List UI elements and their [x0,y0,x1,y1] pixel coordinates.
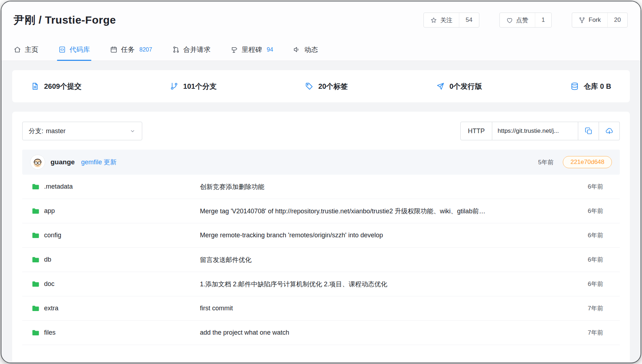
tab-home-label: 主页 [25,45,38,54]
fork-count[interactable]: 20 [607,13,627,27]
commit-time: 5年前 [538,158,554,166]
folder-icon [32,231,40,239]
tab-tasks[interactable]: 任务 8207 [110,39,152,60]
clone-protocol-button[interactable]: HTTP [460,122,492,140]
file-row[interactable]: db 留言发送邮件优化 6年前 [22,248,620,272]
repo-header: 尹刚 / Trustie-Forge 关注 54 点赞 1 [1,1,641,39]
file-commit-message[interactable]: first commit [200,305,570,312]
file-name-cell: app [32,207,200,215]
folder-icon [32,280,40,288]
stat-tags-label: 20个标签 [318,82,348,91]
copy-url-button[interactable] [578,122,599,140]
file-commit-message[interactable]: 1.添加文档 2.邮件中缺陷序号计算机制优化 2.项目、课程动态优化 [200,280,570,288]
branch-icon [170,82,178,91]
file-name[interactable]: db [44,256,51,263]
commit-message-link[interactable]: gemfile 更新 [81,158,117,166]
stat-releases-label: 0个发行版 [449,82,482,91]
tab-milestones[interactable]: 里程碑 94 [231,39,273,60]
code-repository-icon [58,46,66,53]
tab-activity[interactable]: 动态 [293,39,318,60]
file-name[interactable]: extra [44,305,58,312]
chevron-down-icon [129,128,136,134]
branch-selector-label: 分支: [29,127,43,135]
file-row[interactable]: app Merge tag 'V20140708' of http://repo… [22,199,620,223]
folder-icon [32,207,40,215]
praise-button[interactable]: 点赞 1 [499,13,552,28]
file-name-cell: db [32,256,200,264]
home-icon [14,46,21,53]
activity-icon [293,46,301,53]
avatar[interactable] [30,155,45,170]
watch-count[interactable]: 54 [459,13,479,27]
file-name[interactable]: doc [44,280,54,288]
file-row[interactable]: doc 1.添加文档 2.邮件中缺陷序号计算机制优化 2.项目、课程动态优化 6… [22,272,620,296]
clone-url-input[interactable] [498,127,572,135]
file-name-cell: .metadata [32,183,200,191]
tab-milestones-label: 里程碑 [242,45,262,54]
file-commit-time: 6年前 [570,183,603,191]
clone-url-field-wrap [492,122,578,140]
stat-branches[interactable]: 101个分支 [170,82,216,91]
commit-meta: 5年前 221e70d648 [538,156,612,168]
commit-sha-pill[interactable]: 221e70d648 [563,156,612,168]
file-commit-time: 6年前 [570,231,603,239]
star-icon [430,17,437,24]
file-commit-message[interactable]: add the project what one watch [200,329,570,336]
tab-code-repository-label: 代码库 [70,45,90,54]
tab-tasks-label: 任务 [121,45,135,54]
file-commit-message[interactable]: Merge remote-tracking branch 'remotes/or… [200,232,570,239]
fork-label: Fork [589,16,601,24]
file-row[interactable]: files add the project what one watch 7年前 [22,321,620,345]
fork-button-main: Fork [572,13,607,27]
watch-button[interactable]: 关注 54 [423,13,479,28]
file-name[interactable]: .metadata [44,183,73,190]
file-commit-time: 6年前 [570,256,603,264]
file-name[interactable]: config [44,232,61,239]
avatar-image [30,155,45,169]
tab-merge-requests[interactable]: 合并请求 [172,39,211,60]
repository-card: 分支: master HTTP [12,112,630,362]
file-name-cell: files [32,329,200,337]
file-row[interactable]: extra first commit 7年前 [22,296,620,321]
stat-tags[interactable]: 20个标签 [305,82,348,91]
tab-milestones-badge: 94 [267,47,273,53]
tab-activity-label: 动态 [304,45,318,54]
praise-button-main: 点赞 [500,13,535,27]
commit-author[interactable]: guange [51,158,75,166]
folder-icon [32,256,40,264]
stat-branches-label: 101个分支 [183,82,216,91]
file-name[interactable]: app [44,207,55,215]
tag-icon [305,82,313,91]
file-name-cell: config [32,231,200,239]
stat-commits[interactable]: 2609个提交 [31,82,82,91]
page-title: 尹刚 / Trustie-Forge [14,13,116,28]
file-commit-message[interactable]: 创新竞赛添加删除功能 [200,183,570,191]
branch-selector[interactable]: 分支: master [22,122,142,140]
latest-commit-bar: guange gemfile 更新 5年前 221e70d648 [22,150,620,175]
fork-icon [579,17,585,24]
tab-code-repository[interactable]: 代码库 [58,39,90,60]
file-commit-time: 6年前 [570,207,603,215]
file-list: .metadata 创新竞赛添加删除功能 6年前 app Merge tag '… [22,175,620,345]
folder-icon [32,329,40,337]
file-commit-message[interactable]: 留言发送邮件优化 [200,256,570,264]
fork-button[interactable]: Fork 20 [572,13,628,28]
repo-actions: 关注 54 点赞 1 Fork 20 [423,13,628,28]
file-commit-message[interactable]: Merge tag 'V20140708' of http://reposito… [200,207,570,215]
tab-merge-requests-label: 合并请求 [183,45,211,54]
stat-repo-size[interactable]: 仓库 0 B [570,82,611,91]
commit-doc-icon [31,82,39,91]
file-name[interactable]: files [44,329,56,336]
stat-releases[interactable]: 0个发行版 [436,82,482,91]
stat-commits-label: 2609个提交 [44,82,82,91]
praise-label: 点赞 [516,16,528,24]
task-icon [110,46,118,53]
tab-tasks-badge: 8207 [139,47,152,53]
download-button[interactable] [599,122,620,140]
praise-count[interactable]: 1 [535,13,551,27]
file-row[interactable]: config Merge remote-tracking branch 'rem… [22,223,620,248]
file-row[interactable]: .metadata 创新竞赛添加删除功能 6年前 [22,175,620,199]
tab-home[interactable]: 主页 [14,39,38,60]
copy-icon [585,127,593,135]
cloud-download-icon [605,127,613,135]
